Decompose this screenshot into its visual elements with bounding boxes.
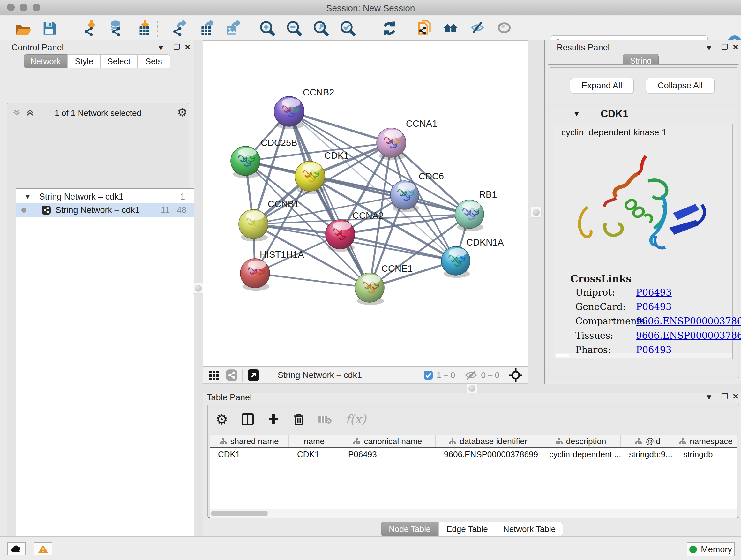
results-close-icon[interactable]: ✕ — [732, 44, 739, 51]
function-builder-icon-disabled: f(x) — [345, 412, 366, 426]
table-menu-icon[interactable]: ▼ — [705, 393, 713, 401]
control-panel-title: Control Panel — [11, 43, 64, 53]
hide-graphics-details-button[interactable] — [468, 19, 486, 37]
tab-sets[interactable]: Sets — [137, 54, 171, 68]
table-close-icon[interactable]: ✕ — [732, 393, 739, 400]
zoom-selected-region-button[interactable] — [338, 19, 356, 37]
network-node-ccne1[interactable]: CCNE1 — [355, 263, 413, 305]
warning-button[interactable] — [34, 543, 52, 555]
crosslink-link[interactable]: P06493 — [636, 301, 672, 312]
table-float-icon[interactable]: ❐ — [721, 393, 728, 400]
first-neighbors-button[interactable] — [442, 19, 460, 37]
toolbar-separator — [157, 19, 158, 37]
show-graphics-details-button[interactable] — [495, 19, 513, 37]
network-edge[interactable] — [255, 273, 369, 288]
horizontal-splitter-handle[interactable] — [467, 383, 477, 394]
fit-selected-crosshair-icon[interactable] — [509, 368, 523, 382]
table-settings-gear-icon[interactable]: ⚙ — [215, 411, 228, 428]
tab-select[interactable]: Select — [100, 54, 137, 68]
zoom-in-button[interactable] — [258, 19, 276, 37]
network-options-gear-icon[interactable]: ⚙ — [177, 106, 187, 119]
right-splitter-handle[interactable] — [531, 207, 542, 218]
network-node-hist1h1a[interactable]: HIST1H1A — [240, 249, 304, 291]
expand-all-button[interactable]: Expand All — [570, 78, 634, 93]
collapse-all-button[interactable]: Collapse All — [646, 78, 715, 93]
birdseye-view-icon[interactable] — [247, 369, 260, 381]
column-type-icon — [635, 438, 643, 445]
tree-expand-triangle-icon[interactable]: ▼ — [24, 193, 31, 200]
grid-view-icon[interactable] — [208, 369, 220, 381]
table-toolbar: ⚙ f(x) — [215, 409, 366, 429]
network-node-cdkn1a[interactable]: CDKN1A — [441, 237, 504, 278]
network-collection-row[interactable]: ▼ String Network – cdk1 1 — [16, 190, 194, 203]
scrollbar-thumb[interactable] — [211, 510, 268, 516]
tab-network[interactable]: Network — [23, 54, 67, 68]
zoom-out-button[interactable] — [285, 19, 302, 37]
column-header--id[interactable]: @id — [621, 435, 675, 447]
table-panel: Table Panel ▼ ❐ ✕ ⚙ — [203, 393, 741, 537]
network-edge[interactable] — [289, 111, 369, 288]
network-row-selected[interactable]: String Network – cdk1 11 48 — [16, 203, 194, 217]
network-node-ccnb1[interactable]: CCNB1 — [239, 199, 299, 241]
crosslink-link[interactable]: 9606.ENSP00000378699 — [636, 316, 741, 327]
export-table-button[interactable] — [196, 19, 214, 37]
column-visibility-icon[interactable] — [241, 413, 254, 426]
zoom-fit-content-button[interactable] — [312, 19, 329, 37]
apply-preferred-layout-button[interactable] — [380, 19, 398, 37]
results-menu-icon[interactable]: ▼ — [705, 44, 713, 52]
new-network-from-selection-button[interactable] — [415, 19, 433, 37]
network-edge[interactable] — [289, 111, 391, 143]
column-header-canonical-name[interactable]: canonical name — [340, 435, 435, 447]
tab-network-table[interactable]: Network Table — [496, 522, 563, 537]
panel-float-icon[interactable]: ❐ — [173, 44, 180, 51]
control-panel: Control Panel ▼ ❐ ✕ NetworkStyleSelectSe… — [0, 40, 194, 537]
crosslink-link[interactable]: P06493 — [636, 287, 672, 298]
save-session-button[interactable] — [40, 19, 58, 37]
tab-style[interactable]: Style — [67, 54, 100, 68]
hidden-eye-slash-icon[interactable] — [464, 370, 478, 381]
network-view-canvas[interactable]: CCNB2CCNA1CDC25BCDK1CDC6RB1CCNB1CCNA2CDK… — [203, 40, 528, 367]
protein-description: cyclin–dependent kinase 1 — [561, 127, 667, 138]
import-network-from-file-button[interactable] — [80, 19, 98, 37]
section-collapse-triangle-icon[interactable]: ▼ — [573, 110, 580, 118]
network-node-rb1[interactable]: RB1 — [455, 189, 497, 231]
network-share-gray-icon[interactable] — [226, 369, 238, 381]
crosslink-link[interactable]: 9606.ENSP00000378699 — [636, 330, 741, 341]
table-row[interactable]: CDK1CDK1P064939606.ENSP00000378699cyclin… — [210, 448, 737, 461]
panel-menu-icon[interactable]: ▼ — [157, 44, 165, 52]
collection-name: String Network – cdk1 — [39, 192, 124, 202]
table-horizontal-scrollbar[interactable] — [210, 509, 737, 517]
horizontal-splitter[interactable] — [203, 384, 741, 393]
left-splitter-handle[interactable] — [193, 283, 204, 294]
network-view-toolbar: String Network – cdk1 1 – 0 0 – 0 — [203, 367, 528, 384]
memory-button[interactable]: Memory — [687, 543, 735, 557]
create-column-plus-icon[interactable] — [267, 413, 280, 425]
column-header-description[interactable]: description — [541, 435, 621, 447]
open-session-button[interactable] — [13, 19, 31, 37]
import-table-from-file-button[interactable] — [133, 19, 151, 37]
delete-column-trash-icon[interactable] — [293, 413, 305, 426]
column-header-namespace[interactable]: namespace — [675, 435, 737, 447]
crosslinks-scrollbar[interactable] — [555, 353, 732, 358]
selected-checkbox-icon[interactable] — [423, 370, 433, 380]
right-splitter[interactable] — [528, 40, 546, 384]
crosslinks-heading: CrossLinks — [570, 273, 631, 285]
table-cell: 9606.ENSP00000378699 — [435, 448, 541, 461]
panel-close-icon[interactable]: ✕ — [185, 44, 191, 51]
network-node-ccna1[interactable]: CCNA1 — [377, 118, 437, 160]
import-network-from-database-button[interactable] — [107, 19, 125, 37]
network-node-count: 11 — [161, 205, 170, 215]
results-float-icon[interactable]: ❐ — [721, 44, 728, 51]
cloud-button[interactable] — [7, 543, 25, 555]
import-network-from-database-icon — [107, 19, 124, 36]
column-header-database-identifier[interactable]: database identifier — [435, 435, 541, 447]
left-splitter[interactable] — [194, 40, 203, 537]
tab-node-table[interactable]: Node Table — [381, 522, 439, 537]
export-network-button[interactable] — [169, 19, 187, 37]
column-header-shared-name[interactable]: shared name — [210, 435, 289, 447]
hidden-counts: 0 – 0 — [481, 370, 499, 380]
protein-structure-image — [568, 150, 718, 265]
column-header-name[interactable]: name — [289, 435, 340, 447]
tab-edge-table[interactable]: Edge Table — [439, 522, 496, 537]
export-image-button[interactable] — [223, 19, 241, 37]
